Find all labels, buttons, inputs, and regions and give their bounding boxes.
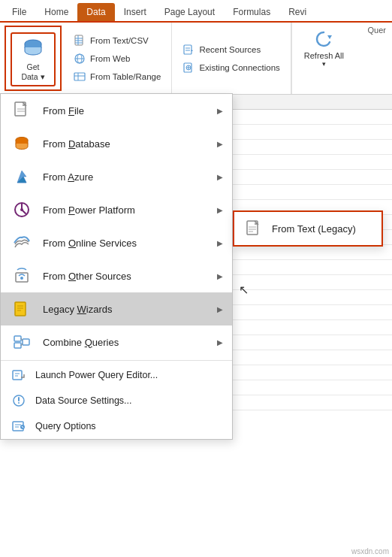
svg-rect-35 xyxy=(14,343,21,348)
from-azure-label: From Azure xyxy=(43,171,208,183)
db-icon xyxy=(10,132,34,156)
svg-rect-34 xyxy=(14,336,21,341)
from-table-label: From Table/Range xyxy=(90,72,161,81)
tab-formulas[interactable]: Formulas xyxy=(224,3,279,21)
get-data-label: GetData ▾ xyxy=(21,62,44,81)
existing-connections-button[interactable]: Existing Connections xyxy=(178,59,284,76)
from-file-label: From File xyxy=(43,105,208,117)
refresh-all-label: Refresh All xyxy=(304,51,344,60)
query-options-icon xyxy=(10,417,28,435)
menu-item-launch-editor[interactable]: Launch Power Query Editor... xyxy=(1,362,232,388)
get-data-button[interactable]: GetData ▾ xyxy=(11,32,56,86)
svg-point-29 xyxy=(20,277,23,280)
from-power-label: From Power Platform xyxy=(43,204,208,216)
legacy-wizards-label: Legacy Wizards xyxy=(43,304,208,315)
svg-rect-36 xyxy=(23,339,29,345)
tab-review[interactable]: Revi xyxy=(279,3,315,21)
menu-item-from-power-platform[interactable]: From Power Platform ▶ xyxy=(1,193,232,226)
legacy-chevron: ▶ xyxy=(217,305,223,313)
datasource-icon xyxy=(10,392,28,410)
svg-rect-30 xyxy=(15,302,26,316)
combine-queries-label: Combine Queries xyxy=(43,337,208,348)
menu-item-from-azure[interactable]: From Azure ▶ xyxy=(1,160,232,193)
combine-chevron: ▶ xyxy=(217,338,223,347)
menu-item-query-options[interactable]: Query Options xyxy=(1,413,232,439)
azure-icon xyxy=(10,165,34,189)
from-text-legacy-label: From Text (Legacy) xyxy=(272,223,356,235)
recent-icon xyxy=(182,44,194,56)
tab-page-layout[interactable]: Page Layout xyxy=(155,3,224,21)
svg-point-44 xyxy=(18,402,20,404)
file-icon xyxy=(10,98,34,123)
legacy-icon xyxy=(10,297,34,321)
text-legacy-icon xyxy=(243,218,264,239)
recent-sources-label: Recent Sources xyxy=(199,45,261,54)
launch-editor-label: Launch Power Query Editor... xyxy=(35,370,158,380)
svg-rect-39 xyxy=(13,371,22,380)
from-other-chevron: ▶ xyxy=(217,272,223,280)
get-data-dropdown: From File ▶ From Database ▶ From Azure ▶ xyxy=(0,93,233,440)
launch-icon xyxy=(10,366,28,384)
from-other-label: From Other Sources xyxy=(43,271,208,282)
svg-rect-9 xyxy=(74,73,85,80)
combine-icon xyxy=(10,330,34,354)
from-database-chevron: ▶ xyxy=(217,140,223,148)
menu-item-combine[interactable]: Combine Queries ▶ xyxy=(1,325,232,359)
database-icon xyxy=(21,37,45,61)
connections-icon xyxy=(182,62,194,74)
menu-item-datasource-settings[interactable]: Data Source Settings... xyxy=(1,388,232,413)
tab-home[interactable]: Home xyxy=(35,3,77,21)
menu-item-from-other[interactable]: From Other Sources ▶ xyxy=(1,259,232,292)
from-table-button[interactable]: From Table/Range xyxy=(69,68,165,85)
power-icon xyxy=(10,198,34,222)
query-options-label: Query Options xyxy=(35,421,96,431)
from-database-label: From Database xyxy=(43,138,208,150)
recent-sources-button[interactable]: Recent Sources xyxy=(178,41,284,58)
menu-item-legacy-wizards[interactable]: Legacy Wizards ▶ xyxy=(1,292,232,325)
refresh-icon xyxy=(313,29,334,50)
ribbon-tabs: File Home Data Insert Page Layout Formul… xyxy=(0,0,392,21)
get-data-group: GetData ▾ xyxy=(5,26,62,91)
online-icon xyxy=(10,231,34,255)
menu-divider-1 xyxy=(1,360,232,361)
tab-insert[interactable]: Insert xyxy=(115,3,155,21)
svg-point-27 xyxy=(20,208,23,211)
tab-file[interactable]: File xyxy=(3,3,35,21)
svg-rect-12 xyxy=(184,45,191,54)
existing-connections-label: Existing Connections xyxy=(199,63,279,72)
csv-icon xyxy=(74,35,86,47)
from-online-chevron: ▶ xyxy=(217,239,223,247)
table-icon xyxy=(74,71,86,83)
ribbon: GetData ▾ From Text/CSV xyxy=(0,23,392,95)
refresh-group: Refresh All ▾ xyxy=(291,23,356,94)
menu-item-from-database[interactable]: From Database ▶ xyxy=(1,127,232,160)
from-web-button[interactable]: From Web xyxy=(69,50,165,67)
from-online-label: From Online Services xyxy=(43,238,208,249)
from-text-csv-label: From Text/CSV xyxy=(90,36,149,45)
from-web-label: From Web xyxy=(90,54,130,63)
web-icon xyxy=(74,53,86,65)
query-label: Quer xyxy=(362,23,392,38)
refresh-all-button[interactable]: Refresh All ▾ xyxy=(298,26,350,71)
other-icon xyxy=(10,264,34,288)
from-file-chevron: ▶ xyxy=(217,107,223,115)
from-azure-chevron: ▶ xyxy=(217,173,223,181)
connections-group: Recent Sources Existing Connections xyxy=(172,23,291,94)
from-text-csv-button[interactable]: From Text/CSV xyxy=(69,32,165,49)
legacy-wizards-submenu: From Text (Legacy) xyxy=(233,210,383,247)
menu-item-from-online[interactable]: From Online Services ▶ xyxy=(1,226,232,259)
svg-marker-19 xyxy=(327,35,332,39)
submenu-from-text-legacy[interactable]: From Text (Legacy) xyxy=(234,212,381,245)
tab-data[interactable]: Data xyxy=(77,3,114,21)
watermark: wsxdn.com xyxy=(351,547,389,555)
menu-item-from-file[interactable]: From File ▶ xyxy=(1,94,232,127)
from-power-chevron: ▶ xyxy=(217,206,223,214)
from-group: From Text/CSV From Web xyxy=(63,23,172,94)
connections-buttons: Recent Sources Existing Connections xyxy=(178,38,284,79)
datasource-settings-label: Data Source Settings... xyxy=(35,395,132,406)
from-buttons: From Text/CSV From Web xyxy=(69,29,165,88)
